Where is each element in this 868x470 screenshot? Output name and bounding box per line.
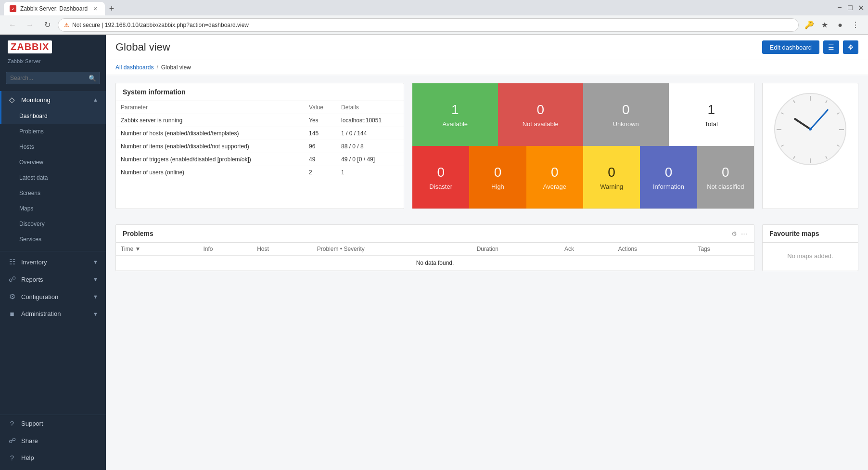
table-row-no-data: No data found.	[116, 256, 754, 271]
severity-cell-disaster[interactable]: 0Disaster	[412, 146, 469, 209]
security-icon: ⚠	[64, 22, 69, 28]
reports-icon: ☍	[8, 275, 16, 284]
tab-title: Zabbix Server: Dashboard	[20, 5, 88, 12]
clock-panel	[762, 83, 858, 209]
menu-icon[interactable]: ⋮	[849, 18, 862, 32]
table-row: Number of hosts (enabled/disabled/templa…	[116, 127, 404, 140]
severity-num: 0	[665, 165, 673, 180]
severity-cell-not-classified[interactable]: 0Not classified	[697, 146, 754, 209]
overview-label: Overview	[19, 159, 43, 166]
system-info-scroll[interactable]: Parameter Value Details Zabbix server is…	[116, 101, 404, 179]
clock-tick-7	[793, 156, 795, 159]
dashboard-label: Dashboard	[19, 113, 48, 119]
severity-cell-average[interactable]: 0Average	[526, 146, 583, 209]
dashboard-content: System information Parameter Value Detai…	[106, 75, 868, 279]
sidebar-item-maps[interactable]: Maps	[0, 201, 106, 216]
clock-tick-2	[837, 112, 840, 115]
sidebar-divider-1	[0, 251, 106, 251]
sidebar-item-inventory[interactable]: ☷ Inventory ▼	[0, 253, 106, 271]
forward-button[interactable]: →	[23, 18, 37, 32]
severity-num: 0	[494, 165, 502, 180]
sidebar-item-dashboard[interactable]: Dashboard	[0, 108, 106, 124]
clock-tick-4	[837, 144, 840, 147]
severity-cell-high[interactable]: 0High	[469, 146, 526, 209]
avail-cell-total[interactable]: 1Total	[669, 83, 754, 146]
search-icon: 🔍	[89, 75, 96, 82]
browser-titlebar: Z Zabbix Server: Dashboard × + − □ ✕	[0, 0, 868, 15]
avail-cell-not-available[interactable]: 0Not available	[498, 83, 584, 146]
close-button[interactable]: ✕	[857, 4, 864, 11]
sidebar-item-screens[interactable]: Screens	[0, 185, 106, 201]
sidebar-item-services[interactable]: Services	[0, 232, 106, 247]
dashboard-list-button[interactable]: ☰	[823, 40, 839, 54]
severity-cell-information[interactable]: 0Information	[640, 146, 697, 209]
severity-num: 0	[551, 165, 559, 180]
tab-close-button[interactable]: ×	[91, 5, 99, 13]
fullscreen-button[interactable]: ✥	[843, 40, 858, 54]
sidebar-item-monitoring[interactable]: ◇ Monitoring ▲	[0, 91, 106, 108]
sidebar-item-latest-data[interactable]: Latest data	[0, 170, 106, 185]
favourite-maps-header: Favourite maps	[763, 225, 858, 243]
availability-panel: 1Available0Not available0Unknown1Total 0…	[412, 83, 754, 209]
problems-settings-icon[interactable]: ⚙	[731, 230, 737, 237]
edit-dashboard-button[interactable]: Edit dashboard	[762, 40, 819, 54]
active-tab[interactable]: Z Zabbix Server: Dashboard ×	[4, 2, 105, 15]
details-cell: 1	[336, 166, 404, 179]
sidebar-item-reports[interactable]: ☍ Reports ▼	[0, 271, 106, 288]
new-tab-button[interactable]: +	[105, 2, 118, 15]
minimize-button[interactable]: −	[836, 4, 843, 11]
avail-num: 1	[451, 102, 459, 118]
sidebar-item-help[interactable]: ? Help	[0, 449, 106, 466]
severity-label: Information	[653, 183, 684, 190]
no-data-text: No data found.	[116, 256, 754, 271]
severity-label: Disaster	[429, 183, 452, 190]
details-cell: 49 / 0 [0 / 49]	[336, 153, 404, 166]
clock-tick-10	[781, 112, 784, 115]
app: ZABBIX Zabbix Server 🔍 ◇ Monitoring ▲ Da…	[0, 35, 868, 470]
sidebar-item-share[interactable]: ☍ Share	[0, 432, 106, 449]
address-bar[interactable]: ⚠ Not secure | 192.168.0.10/zabbix/zabbi…	[58, 18, 799, 32]
reports-chevron: ▼	[93, 276, 98, 282]
avail-cell-available[interactable]: 1Available	[412, 83, 498, 146]
refresh-button[interactable]: ↻	[40, 18, 54, 32]
value-cell: 49	[304, 153, 336, 166]
search-input[interactable]	[6, 72, 100, 84]
avail-cell-unknown[interactable]: 0Unknown	[583, 83, 669, 146]
sidebar-item-overview[interactable]: Overview	[0, 155, 106, 170]
key-icon[interactable]: 🔑	[803, 18, 816, 32]
sidebar-item-problems[interactable]: Problems	[0, 124, 106, 139]
table-row: Number of items (enabled/disabled/not su…	[116, 140, 404, 153]
breadcrumb-all-dashboards[interactable]: All dashboards	[115, 64, 153, 71]
severity-cell-warning[interactable]: 0Warning	[583, 146, 640, 209]
screens-label: Screens	[19, 190, 40, 196]
sidebar-item-discovery[interactable]: Discovery	[0, 216, 106, 232]
details-cell: 88 / 0 / 8	[336, 140, 404, 153]
top-row: System information Parameter Value Detai…	[115, 83, 858, 209]
monitoring-chevron: ▲	[93, 97, 98, 103]
sidebar-item-administration[interactable]: ■ Administration ▼	[0, 305, 106, 322]
administration-chevron: ▼	[93, 311, 98, 317]
maps-label: Maps	[19, 205, 33, 212]
url-text: Not secure | 192.168.0.10/zabbix/zabbix.…	[72, 22, 249, 28]
clock-tick-0	[810, 96, 811, 101]
sidebar-item-support[interactable]: ? Support	[0, 415, 106, 432]
sidebar-item-hosts[interactable]: Hosts	[0, 139, 106, 155]
sidebar-item-configuration[interactable]: ⚙ Configuration ▼	[0, 288, 106, 305]
table-row: Zabbix server is running Yes localhost:1…	[116, 114, 404, 127]
clock-center	[809, 128, 812, 131]
maximize-button[interactable]: □	[847, 4, 854, 11]
star-icon[interactable]: ★	[818, 18, 831, 32]
severity-row: 0Disaster0High0Average0Warning0Informati…	[412, 146, 754, 209]
problems-col-time--[interactable]: Time ▼	[116, 243, 198, 256]
profile-icon[interactable]: ●	[833, 18, 847, 32]
problems-col-info: Info	[198, 243, 252, 256]
value-cell: 96	[304, 140, 336, 153]
sidebar-server-name: Zabbix Server	[0, 57, 106, 69]
help-label: Help	[21, 454, 34, 461]
problems-col-duration: Duration	[472, 243, 560, 256]
value-cell: 2	[304, 166, 336, 179]
problems-more-icon[interactable]: ⋯	[741, 230, 747, 237]
back-button[interactable]: ←	[6, 18, 19, 32]
bottom-row: Problems ⚙ ⋯ Time ▼InfoHostProblem • Sev…	[115, 224, 858, 271]
hosts-label: Hosts	[19, 144, 34, 150]
